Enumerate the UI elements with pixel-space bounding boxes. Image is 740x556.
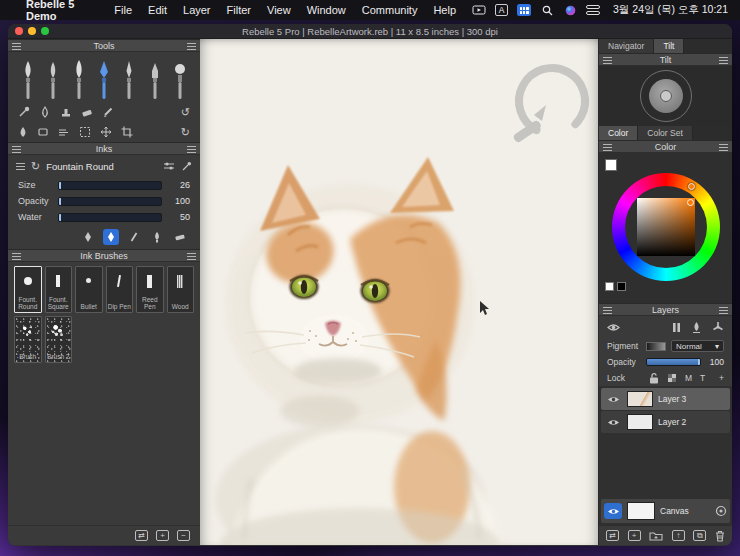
reset-brush-icon[interactable]: ↻ bbox=[31, 161, 40, 172]
new-layer-icon[interactable]: + bbox=[628, 530, 641, 541]
app-menu[interactable]: Rebelle 5 Demo bbox=[26, 0, 98, 22]
ink-eraser-icon[interactable] bbox=[172, 229, 188, 245]
panel-options-icon[interactable] bbox=[719, 144, 728, 151]
visibility-eye-icon[interactable] bbox=[604, 391, 622, 407]
pencil-tool-icon[interactable] bbox=[102, 106, 114, 118]
tool-airbrush[interactable] bbox=[168, 55, 192, 101]
display-mirroring-icon[interactable] bbox=[472, 4, 486, 16]
canvas-settings-icon[interactable] bbox=[715, 505, 727, 517]
menu-edit[interactable]: Edit bbox=[148, 4, 167, 16]
merge-layer-icon[interactable]: ↑ bbox=[672, 530, 685, 541]
panel-menu-icon[interactable] bbox=[12, 253, 21, 260]
panel-options-icon[interactable] bbox=[719, 57, 728, 64]
pigment-swatch[interactable] bbox=[646, 342, 666, 351]
layers-panel-header[interactable]: Layers bbox=[599, 303, 732, 316]
hue-selector-dot[interactable] bbox=[688, 183, 695, 190]
tool-oil-brush[interactable] bbox=[16, 55, 40, 101]
water-slider[interactable] bbox=[58, 213, 162, 222]
preset-list-icon[interactable] bbox=[16, 163, 25, 170]
pause-diffusion-icon[interactable] bbox=[672, 322, 681, 333]
zoom-button[interactable] bbox=[41, 27, 49, 35]
close-button[interactable] bbox=[15, 27, 23, 35]
add-preset-icon[interactable]: + bbox=[156, 530, 169, 541]
layer-row-canvas[interactable]: Canvas bbox=[601, 499, 730, 523]
menubar-clock[interactable]: 3월 24일 (목) 오후 10:21 bbox=[613, 3, 728, 17]
visibility-eye-icon[interactable] bbox=[604, 414, 622, 430]
panel-menu-icon[interactable] bbox=[603, 57, 612, 64]
preset-bullet[interactable]: Bullet bbox=[75, 266, 103, 313]
preset-dip-pen[interactable]: Dip Pen bbox=[106, 266, 134, 313]
panel-menu-icon[interactable] bbox=[603, 144, 612, 151]
brush-settings-icon[interactable] bbox=[163, 161, 175, 171]
minimize-button[interactable] bbox=[28, 27, 36, 35]
delete-layer-icon[interactable] bbox=[715, 530, 725, 542]
panel-menu-icon[interactable] bbox=[12, 43, 21, 50]
tool-watercolor-brush[interactable] bbox=[67, 55, 91, 101]
tilt-panel-header[interactable]: Tilt bbox=[599, 53, 732, 66]
remove-preset-icon[interactable]: − bbox=[177, 530, 190, 541]
lock-icon[interactable] bbox=[649, 372, 659, 384]
hue-wheel[interactable] bbox=[612, 173, 720, 281]
layer-opacity-slider[interactable] bbox=[646, 358, 701, 366]
selection-tool-icon[interactable] bbox=[79, 126, 91, 138]
clone-stamp-icon[interactable] bbox=[60, 106, 72, 118]
blow-tool-icon[interactable] bbox=[58, 126, 70, 138]
tool-marker[interactable] bbox=[143, 55, 167, 101]
wet-layer-icon[interactable] bbox=[691, 321, 702, 333]
ink-brushes-panel-header[interactable]: Ink Brushes bbox=[8, 249, 200, 262]
add-lock-icon[interactable]: + bbox=[719, 373, 724, 383]
control-center-icon[interactable] bbox=[586, 5, 600, 16]
preset-brush[interactable]: Brush bbox=[14, 316, 42, 363]
layer-row-layer3[interactable]: Layer 3 bbox=[601, 388, 730, 410]
new-group-icon[interactable] bbox=[649, 530, 663, 541]
window-titlebar[interactable]: Rebelle 5 Pro | RebelleArtwork.reb | 11 … bbox=[8, 24, 732, 39]
black-swatch[interactable] bbox=[617, 282, 626, 291]
tilt-disc[interactable] bbox=[649, 79, 683, 113]
panel-menu-icon[interactable] bbox=[12, 146, 21, 153]
panel-options-icon[interactable] bbox=[719, 307, 728, 314]
layer-row-layer2[interactable]: Layer 2 bbox=[601, 411, 730, 433]
show-wet-icon[interactable] bbox=[607, 322, 620, 333]
inks-panel-header[interactable]: Inks bbox=[8, 142, 200, 155]
input-source-a-icon[interactable]: A bbox=[495, 4, 508, 16]
masking-fluid-toggle[interactable]: M bbox=[685, 373, 692, 383]
crop-tool-icon[interactable] bbox=[121, 126, 133, 138]
water-drop-icon[interactable] bbox=[18, 126, 28, 138]
tool-pencil[interactable] bbox=[117, 55, 141, 101]
dry-layer-icon[interactable] bbox=[712, 321, 724, 333]
search-icon[interactable] bbox=[540, 4, 554, 16]
tracing-toggle[interactable]: T bbox=[700, 373, 705, 383]
tool-ink-pen-selected[interactable] bbox=[92, 55, 116, 101]
panel-options-icon[interactable] bbox=[187, 43, 196, 50]
undo-icon[interactable]: ↺ bbox=[181, 107, 190, 118]
menu-file[interactable]: File bbox=[114, 4, 132, 16]
brush-mode-icon[interactable] bbox=[149, 229, 165, 245]
tab-tilt[interactable]: Tilt bbox=[654, 39, 684, 53]
panel-options-icon[interactable] bbox=[187, 146, 196, 153]
panel-menu-icon[interactable] bbox=[603, 307, 612, 314]
tab-navigator[interactable]: Navigator bbox=[599, 39, 654, 53]
menu-filter[interactable]: Filter bbox=[227, 4, 251, 16]
canvas-artwork[interactable] bbox=[200, 39, 598, 545]
sb-selector-dot[interactable] bbox=[687, 199, 694, 206]
pencil-mode-icon[interactable] bbox=[126, 229, 142, 245]
size-slider[interactable] bbox=[58, 181, 162, 190]
preset-fount-round[interactable]: Fount. Round bbox=[14, 266, 42, 313]
menu-view[interactable]: View bbox=[267, 4, 291, 16]
tool-acrylic-brush[interactable] bbox=[41, 55, 65, 101]
menu-window[interactable]: Window bbox=[307, 4, 346, 16]
pick-brush-icon[interactable] bbox=[181, 161, 192, 172]
visibility-eye-icon-active[interactable] bbox=[604, 503, 622, 519]
tilt-ring[interactable] bbox=[640, 70, 692, 122]
preset-brush-2[interactable]: Brush 2 bbox=[45, 316, 73, 363]
siri-icon[interactable] bbox=[563, 4, 577, 16]
tab-color[interactable]: Color bbox=[599, 126, 638, 140]
redo-icon[interactable]: ↻ bbox=[181, 127, 190, 138]
pen-mode-icon-selected[interactable] bbox=[103, 229, 119, 245]
opacity-slider[interactable] bbox=[58, 197, 162, 206]
duplicate-layer-icon[interactable]: ⧉ bbox=[693, 530, 706, 541]
preset-fount-square[interactable]: Fount. Square bbox=[45, 266, 73, 313]
menu-community[interactable]: Community bbox=[362, 4, 418, 16]
tab-color-set[interactable]: Color Set bbox=[638, 126, 692, 140]
saturation-brightness-square[interactable] bbox=[637, 198, 695, 256]
